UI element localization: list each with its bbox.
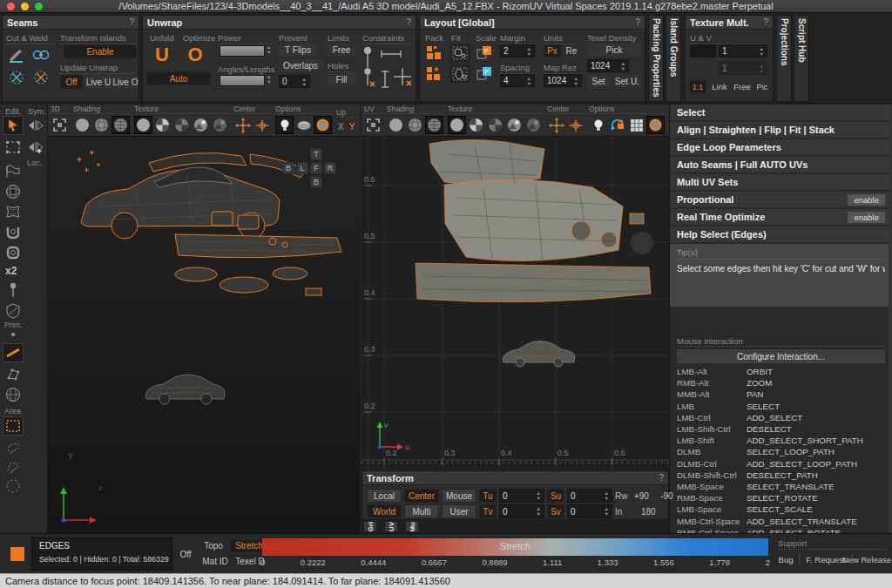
auto-unwrap-button[interactable]: Auto: [146, 71, 211, 85]
tab-script-hub[interactable]: Script Hub: [794, 15, 809, 102]
real-time-enable-button[interactable]: enable: [848, 212, 885, 223]
tv-toggle[interactable]: Tv: [479, 504, 497, 518]
quad-primitive-tool[interactable]: [3, 365, 24, 384]
section-select[interactable]: Select: [670, 105, 892, 120]
shading-wire-icon[interactable]: [92, 116, 111, 134]
island-highlight-icon[interactable]: [314, 116, 332, 134]
brush-o-tool[interactable]: [3, 243, 24, 262]
area-polygon-lasso-tool[interactable]: [3, 457, 24, 476]
overlaps-button[interactable]: Overlaps: [279, 59, 322, 72]
proportional-enable-button[interactable]: enable: [848, 194, 885, 206]
up-axis-y-button[interactable]: Y: [349, 122, 355, 132]
layout-help-icon[interactable]: ?: [635, 17, 640, 27]
pic-button[interactable]: Pic: [753, 80, 771, 93]
texture-image-dim-icon[interactable]: [524, 116, 543, 134]
shading-flat-icon[interactable]: [387, 116, 405, 134]
brush-u-tool[interactable]: [3, 223, 24, 242]
viewcube-top[interactable]: T: [310, 148, 322, 160]
fit-button[interactable]: [449, 44, 470, 62]
v-mult-spinner[interactable]: ▲▼: [760, 64, 764, 74]
protect-shield-tool[interactable]: [3, 301, 24, 321]
up-axis-x-button[interactable]: X: [338, 122, 344, 132]
edge-primitive-tool[interactable]: [3, 343, 24, 362]
pivot-center-button[interactable]: Center: [404, 489, 439, 503]
layout-panel-header[interactable]: Layout [Global] ?: [420, 16, 645, 30]
u-mult-spinner[interactable]: ▲▼: [760, 46, 764, 57]
v-mult-input[interactable]: 1 ▲▼: [719, 62, 767, 75]
area-circle-tool[interactable]: [3, 476, 24, 496]
globe-primitive-tool[interactable]: [3, 385, 24, 404]
rotate-180-button[interactable]: 180: [625, 504, 672, 518]
transform-help-icon[interactable]: ?: [659, 473, 664, 483]
point-primitive-tool[interactable]: [3, 329, 24, 340]
display-mat-id-button[interactable]: Mat ID: [199, 555, 232, 568]
viewcube-right[interactable]: R: [324, 162, 336, 174]
u-mult-input[interactable]: 1 ▲▼: [719, 44, 767, 57]
seams-panel-header[interactable]: Seams ?: [3, 16, 139, 30]
ratio-1-1-button[interactable]: 1:1: [689, 80, 706, 93]
viewcube-back[interactable]: B: [282, 162, 294, 174]
backface-ellipsoid-icon[interactable]: [294, 116, 313, 134]
cut-lasso-icon[interactable]: [6, 68, 27, 87]
section-edge-loop[interactable]: Edge Loop Parameters: [670, 139, 892, 155]
tab-packing-properties[interactable]: Packing Properties: [648, 15, 664, 102]
margin-input[interactable]: 2 ▲▼: [500, 44, 535, 57]
tv-input[interactable]: 0▲▼: [499, 504, 544, 518]
scale-pack-button[interactable]: P: [474, 44, 495, 62]
seams-help-icon[interactable]: ?: [129, 17, 134, 27]
texture-checker-icon[interactable]: [467, 116, 485, 134]
angles-lengths-slider[interactable]: [220, 75, 265, 86]
viewcube-left[interactable]: L: [296, 162, 308, 174]
unwrap-help-icon[interactable]: ?: [406, 17, 411, 27]
constraints-icons[interactable]: [361, 42, 415, 91]
cut-brush-icon[interactable]: [6, 45, 27, 64]
free-ratio-button[interactable]: Free: [731, 80, 753, 93]
fit-selected-button[interactable]: [449, 64, 470, 83]
sv-input[interactable]: 0▲▼: [567, 504, 612, 518]
tab-mu[interactable]: Mu: [405, 521, 419, 532]
texture-image-icon[interactable]: [505, 116, 524, 134]
live-u-button[interactable]: Live U: [84, 75, 112, 89]
sphere-wrap-tool[interactable]: [3, 182, 24, 201]
units-re-button[interactable]: Re: [563, 44, 580, 57]
symmetry-tool-icon[interactable]: [25, 116, 46, 135]
edges-color-swatch[interactable]: [10, 547, 24, 561]
configure-interaction-button[interactable]: Configure Interaction...: [677, 349, 885, 363]
shading-wire-icon[interactable]: [406, 116, 424, 134]
pivot-mouse-button[interactable]: Mouse: [442, 489, 476, 503]
viewport-uv-canvas[interactable]: 0.6 0.5 0.4 0.3 0.2 0.2 0.3 0.4 0.5 0.6 …: [362, 137, 669, 470]
viewcube-front[interactable]: F: [310, 162, 322, 174]
tu-input[interactable]: 0▲▼: [499, 489, 544, 503]
section-multi-uv[interactable]: Multi UV Sets: [670, 174, 892, 190]
su-input[interactable]: 0▲▼: [567, 489, 612, 503]
texture-image-dim-icon[interactable]: [211, 116, 229, 134]
texture-image-icon[interactable]: [192, 116, 210, 134]
island-highlight-icon[interactable]: [646, 116, 665, 134]
overlaps-iterations-input[interactable]: 0 ▲▼: [279, 75, 310, 88]
section-align[interactable]: Align | Straighten | Flip | Fit | Stack: [670, 122, 892, 138]
rotate-minus90-button[interactable]: -90: [655, 489, 678, 503]
shading-flat-icon[interactable]: [73, 116, 91, 134]
symmetry-add-tool-icon[interactable]: [25, 138, 46, 157]
texture-mult-header[interactable]: Texture Mult. ?: [686, 16, 773, 30]
free-button[interactable]: Free: [328, 44, 355, 57]
viewport-uv[interactable]: UV Shading Texture: [362, 105, 669, 533]
deform-flag-tool[interactable]: [3, 162, 24, 181]
new-release-button[interactable]: New Release: [841, 551, 892, 567]
power-spinner[interactable]: ▲▼: [267, 44, 271, 55]
rotate-plus90-button[interactable]: +90: [630, 489, 652, 503]
live-o-button[interactable]: Live O: [112, 75, 139, 89]
pivot-multi-button[interactable]: Multi: [404, 504, 439, 518]
angles-spinner[interactable]: ▲▼: [267, 74, 271, 84]
x2-tool[interactable]: x2: [5, 265, 17, 277]
optimize-button[interactable]: O: [183, 44, 207, 66]
pack-selected-button[interactable]: [423, 64, 444, 83]
tab-island-groups[interactable]: Island Groups: [666, 15, 681, 102]
center-selection-icon[interactable]: [253, 116, 271, 134]
space-world-button[interactable]: World: [367, 504, 402, 518]
space-local-button[interactable]: Local: [367, 489, 402, 503]
section-auto-seams[interactable]: Auto Seams | Full AUTO UVs: [670, 157, 892, 172]
texture-checker-dim-icon[interactable]: [172, 116, 191, 134]
enable-button[interactable]: Enable: [64, 44, 137, 58]
shading-wire-shaded-icon[interactable]: [112, 116, 130, 134]
